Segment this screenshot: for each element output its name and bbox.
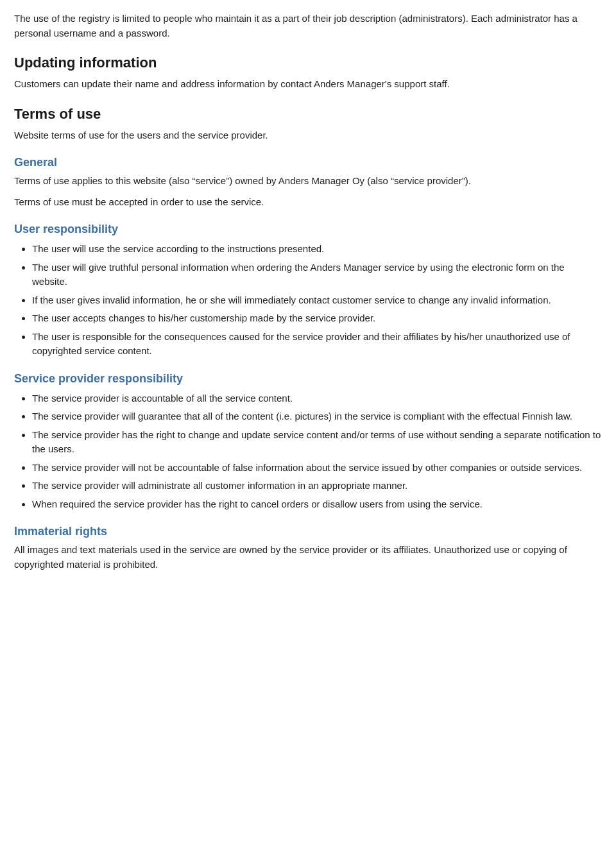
general-p2: Terms of use must be accepted in order t… <box>14 195 602 210</box>
list-item: The service provider will not be account… <box>32 461 602 475</box>
list-item: The service provider will guarantee that… <box>32 409 602 424</box>
general-section: General Terms of use applies to this web… <box>14 154 602 209</box>
list-item: The user is responsible for the conseque… <box>32 330 602 359</box>
user-responsibility-list: The user will use the service according … <box>32 242 602 359</box>
intro-paragraph: The use of the registry is limited to pe… <box>14 12 602 40</box>
service-provider-responsibility-section: Service provider responsibility The serv… <box>14 370 602 512</box>
immaterial-rights-p1: All images and text materials used in th… <box>14 543 602 572</box>
user-responsibility-heading: User responsibility <box>14 221 602 238</box>
general-p1: Terms of use applies to this website (al… <box>14 174 602 189</box>
list-item: The service provider is accountable of a… <box>32 391 602 406</box>
list-item: The service provider has the right to ch… <box>32 428 602 457</box>
list-item: When required the service provider has t… <box>32 497 602 512</box>
general-heading: General <box>14 154 602 171</box>
list-item: The user will give truthful personal inf… <box>32 260 602 289</box>
list-item: If the user gives invalid information, h… <box>32 293 602 308</box>
immaterial-rights-section: Immaterial rights All images and text ma… <box>14 523 602 572</box>
list-item: The user will use the service according … <box>32 242 602 257</box>
service-provider-responsibility-list: The service provider is accountable of a… <box>32 391 602 512</box>
terms-of-use-section: Terms of use Website terms of use for th… <box>14 103 602 143</box>
user-responsibility-section: User responsibility The user will use th… <box>14 221 602 359</box>
service-provider-responsibility-heading: Service provider responsibility <box>14 370 602 388</box>
terms-of-use-subtitle: Website terms of use for the users and t… <box>14 128 602 143</box>
updating-information-body: Customers can update their name and addr… <box>14 77 602 92</box>
intro-section: The use of the registry is limited to pe… <box>14 12 602 40</box>
list-item: The user accepts changes to his/her cust… <box>32 311 602 326</box>
immaterial-rights-heading: Immaterial rights <box>14 523 602 540</box>
updating-information-heading: Updating information <box>14 52 602 73</box>
list-item: The service provider will administrate a… <box>32 479 602 493</box>
updating-information-section: Updating information Customers can updat… <box>14 52 602 92</box>
terms-of-use-heading: Terms of use <box>14 103 602 124</box>
